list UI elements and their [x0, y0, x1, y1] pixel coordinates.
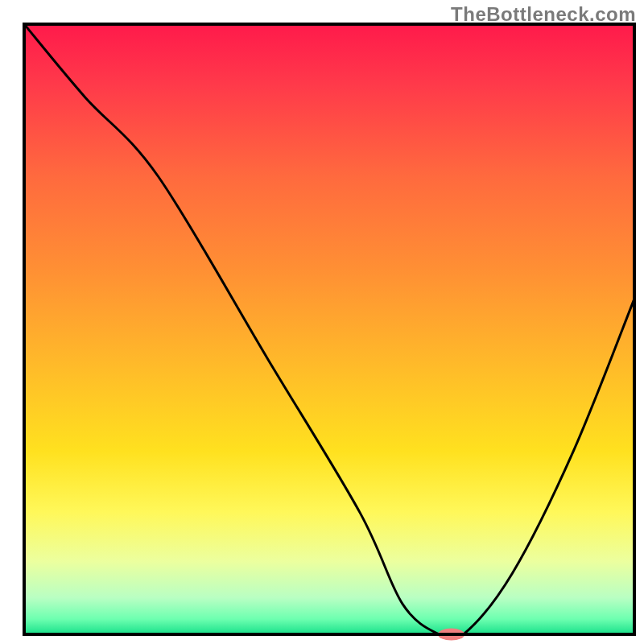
watermark-text: TheBottleneck.com	[451, 3, 636, 26]
bottleneck-chart: TheBottleneck.com	[0, 0, 644, 644]
chart-svg	[0, 0, 644, 644]
gradient-background	[24, 24, 634, 634]
plot-area	[24, 24, 634, 641]
